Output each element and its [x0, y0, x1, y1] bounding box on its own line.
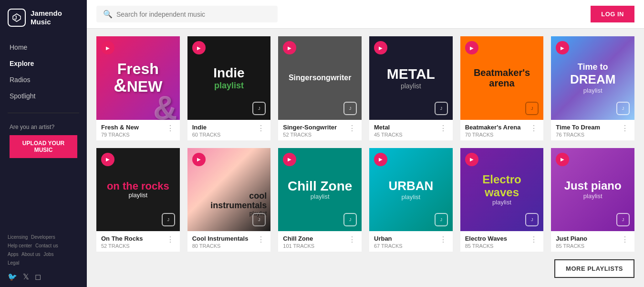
more-options-indie[interactable]: ⋮ [256, 124, 266, 133]
play-button-metal[interactable]: ▶ [374, 41, 387, 54]
metal-badge: J [435, 102, 448, 115]
electro-thumb-text: Electrowaves playlist [478, 169, 526, 211]
more-options-urban[interactable]: ⋮ [438, 235, 448, 244]
playlist-tracks-electro: 85 TRACKS [465, 243, 507, 249]
sidebar-divider [8, 113, 79, 113]
playlist-name-beatmaker: Beatmaker's Arena [465, 124, 521, 131]
sidebar-item-spotlight[interactable]: Spotlight [0, 88, 87, 104]
footer-link-legal[interactable]: Legal [8, 260, 19, 266]
play-button-urban[interactable]: ▶ [374, 153, 387, 166]
playlist-info-piano: Just Piano 85 TRACKS ⋮ [551, 231, 634, 252]
play-button-fresh-new[interactable]: ▶ [101, 41, 114, 54]
more-options-dream[interactable]: ⋮ [620, 124, 630, 133]
footer-link-about[interactable]: About us [21, 252, 40, 257]
footer-link-developers[interactable]: Developers [31, 234, 55, 240]
footer-link-licensing[interactable]: Licensing [8, 234, 28, 240]
playlist-tracks-onrocks: 52 TRACKS [101, 243, 143, 249]
playlist-thumb-piano: ▶ Just piano playlist J [551, 148, 634, 232]
playlist-card-indie[interactable]: ▶ Indie playlist J Indie 60 TRACKS ⋮ [187, 36, 271, 140]
play-button-piano[interactable]: ▶ [556, 153, 569, 166]
playlist-card-electro[interactable]: ▶ Electrowaves playlist J Electro Waves … [460, 148, 544, 252]
more-options-singer[interactable]: ⋮ [347, 124, 357, 133]
playlist-thumb-chill: ▶ Chill Zone playlist J [278, 148, 362, 232]
playlist-info-chill: Chill Zone 101 TRACKS ⋮ [278, 231, 362, 252]
more-options-cool[interactable]: ⋮ [256, 235, 266, 244]
playlist-tracks-fresh-new: 79 TRACKS [101, 132, 139, 138]
playlist-card-fresh-new[interactable]: ▶ Fresh&NEW & Fresh & New 79 TRACKS ⋮ [96, 36, 180, 140]
playlist-info-onrocks: On The Rocks 52 TRACKS ⋮ [96, 231, 180, 252]
fresh-amp-deco: & [153, 91, 177, 120]
play-button-beatmaker[interactable]: ▶ [465, 41, 478, 54]
instagram-icon[interactable]: ◻ [35, 272, 41, 281]
playlist-card-cool[interactable]: ▶ coolinstrumentals playlist J Cool Inst… [187, 148, 271, 252]
playlist-card-onrocks[interactable]: ▶ on the rocks playlist J On The Rocks 5… [96, 148, 180, 252]
play-button-dream[interactable]: ▶ [556, 41, 569, 54]
singer-badge: J [343, 102, 357, 115]
playlist-name-metal: Metal [374, 124, 403, 131]
playlist-tracks-dream: 76 TRACKS [556, 132, 600, 138]
play-button-chill[interactable]: ▶ [283, 153, 296, 166]
footer-links: Licensing Developers Help center Contact… [8, 233, 79, 267]
footer-link-jobs[interactable]: Jobs [43, 252, 53, 257]
footer-link-contact[interactable]: Contact us [35, 243, 58, 248]
search-input[interactable] [116, 11, 271, 18]
urban-thumb-text: URBAN playlist [384, 174, 438, 205]
more-playlists-button[interactable]: MORE PLAYLISTS [554, 259, 634, 278]
play-button-onrocks[interactable]: ▶ [101, 153, 114, 166]
twitter-icon[interactable]: 𝕏 [23, 272, 29, 281]
main-content: 🔍 LOG IN ▶ Fresh&NEW & Fresh & New [87, 0, 644, 287]
playlist-name-cool: Cool Instrumentals [192, 235, 249, 242]
login-button[interactable]: LOG IN [591, 6, 634, 22]
playlist-card-chill[interactable]: ▶ Chill Zone playlist J Chill Zone 101 T… [278, 148, 362, 252]
playlist-thumb-indie: ▶ Indie playlist J [187, 36, 271, 120]
play-button-electro[interactable]: ▶ [465, 153, 478, 166]
playlist-card-piano[interactable]: ▶ Just piano playlist J Just Piano 85 TR… [551, 148, 634, 252]
more-options-electro[interactable]: ⋮ [529, 235, 539, 244]
playlist-name-urban: Urban [374, 235, 403, 242]
playlist-card-urban[interactable]: ▶ URBAN playlist J Urban 67 TRACKS ⋮ [369, 148, 453, 252]
playlist-tracks-metal: 45 TRACKS [374, 132, 403, 138]
sidebar: J Jamendo Music Home Explore Radios Spot… [0, 0, 87, 287]
more-options-onrocks[interactable]: ⋮ [166, 235, 175, 244]
sidebar-item-home[interactable]: Home [0, 39, 87, 55]
facebook-icon[interactable]: 🐦 [8, 272, 17, 281]
playlist-thumb-fresh-new: ▶ Fresh&NEW & [96, 36, 180, 120]
playlist-thumb-cool: ▶ coolinstrumentals playlist J [187, 148, 271, 232]
more-options-piano[interactable]: ⋮ [620, 235, 630, 244]
playlist-name-piano: Just Piano [556, 235, 587, 242]
playlist-thumb-metal: ▶ METAL playlist J [369, 36, 453, 120]
playlist-card-beatmaker[interactable]: ▶ Beatmaker'sarena J Beatmaker's Arena 7… [460, 36, 544, 140]
playlist-info-beatmaker: Beatmaker's Arena 70 TRACKS ⋮ [460, 120, 544, 140]
upload-music-button[interactable]: UPLOAD YOUR MUSIC [10, 135, 77, 158]
playlist-card-singer[interactable]: ▶ Singersongwriter J Singer-Songwriter 5… [278, 36, 362, 140]
footer-link-help[interactable]: Help center [8, 243, 32, 248]
sidebar-item-explore[interactable]: Explore [0, 55, 87, 72]
playlist-tracks-urban: 67 TRACKS [374, 243, 403, 249]
playlist-info-cool: Cool Instrumentals 80 TRACKS ⋮ [187, 231, 271, 252]
playlist-card-metal[interactable]: ▶ METAL playlist J Metal 45 TRACKS ⋮ [369, 36, 453, 140]
search-bar[interactable]: 🔍 [96, 6, 278, 22]
playlist-name-electro: Electro Waves [465, 235, 507, 242]
piano-badge: J [616, 213, 630, 226]
play-button-cool[interactable]: ▶ [192, 153, 206, 166]
artist-section: Are you an artist? UPLOAD YOUR MUSIC [0, 118, 87, 164]
logo-area: J Jamendo Music [0, 0, 87, 35]
more-options-metal[interactable]: ⋮ [438, 124, 448, 133]
logo-icon: J [8, 9, 26, 27]
playlist-thumb-singer: ▶ Singersongwriter J [278, 36, 362, 120]
play-button-indie[interactable]: ▶ [192, 41, 206, 54]
dream-thumb-text: Time to DREAM playlist [565, 57, 620, 99]
chill-badge: J [343, 213, 357, 226]
electro-badge: J [525, 213, 539, 226]
more-options-beatmaker[interactable]: ⋮ [529, 124, 539, 133]
playlist-name-dream: Time To Dream [556, 124, 600, 131]
footer-link-apps[interactable]: Apps [8, 252, 19, 257]
playlist-card-dream[interactable]: ▶ Time to DREAM playlist J Time To Dream… [551, 36, 634, 140]
playlist-thumb-onrocks: ▶ on the rocks playlist J [96, 148, 180, 232]
playlists-content: ▶ Fresh&NEW & Fresh & New 79 TRACKS ⋮ [87, 29, 644, 287]
search-icon: 🔍 [103, 10, 113, 19]
more-options-chill[interactable]: ⋮ [347, 235, 357, 244]
more-options-fresh-new[interactable]: ⋮ [166, 124, 175, 133]
sidebar-item-radios[interactable]: Radios [0, 72, 87, 88]
playlist-name-fresh-new: Fresh & New [101, 124, 139, 131]
